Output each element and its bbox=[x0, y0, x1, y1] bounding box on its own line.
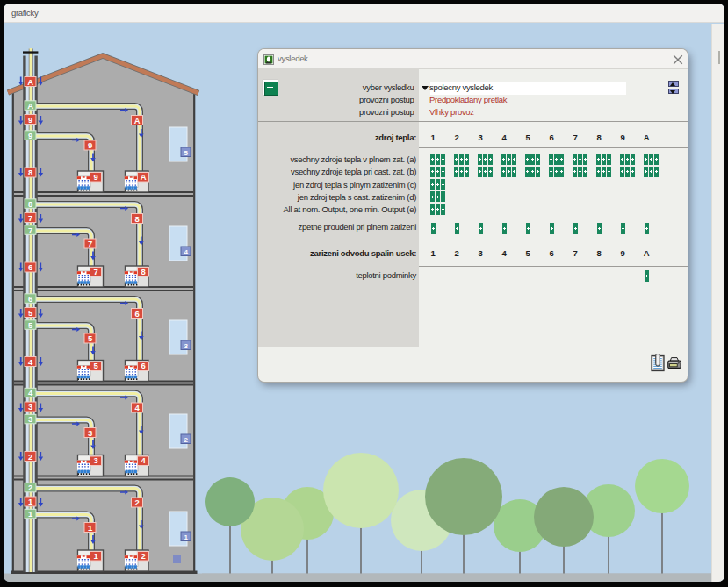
svg-text:8: 8 bbox=[28, 199, 32, 209]
svg-text:6: 6 bbox=[135, 309, 140, 319]
svg-text:A: A bbox=[141, 172, 147, 182]
svg-text:7: 7 bbox=[94, 267, 98, 276]
svg-text:8: 8 bbox=[141, 267, 146, 276]
svg-text:7: 7 bbox=[28, 213, 32, 223]
svg-text:3: 3 bbox=[28, 402, 32, 412]
svg-text:9: 9 bbox=[88, 140, 92, 150]
svg-text:8: 8 bbox=[28, 168, 32, 177]
svg-text:3: 3 bbox=[28, 414, 32, 424]
svg-text:A: A bbox=[27, 101, 33, 111]
svg-text:9: 9 bbox=[94, 172, 98, 182]
svg-text:6: 6 bbox=[28, 262, 32, 272]
svg-text:6: 6 bbox=[28, 294, 32, 304]
svg-text:3: 3 bbox=[94, 455, 98, 465]
svg-text:8: 8 bbox=[135, 214, 140, 224]
svg-text:7: 7 bbox=[88, 239, 92, 248]
svg-text:9: 9 bbox=[28, 131, 32, 140]
svg-text:2: 2 bbox=[28, 483, 32, 492]
svg-text:2: 2 bbox=[28, 452, 32, 462]
svg-text:9: 9 bbox=[28, 115, 32, 125]
svg-text:A: A bbox=[27, 77, 33, 87]
svg-text:A: A bbox=[134, 116, 141, 125]
svg-text:3: 3 bbox=[88, 428, 92, 438]
svg-text:2: 2 bbox=[141, 551, 146, 561]
svg-text:2: 2 bbox=[135, 498, 140, 507]
svg-text:6: 6 bbox=[141, 361, 146, 370]
svg-text:7: 7 bbox=[28, 225, 32, 235]
